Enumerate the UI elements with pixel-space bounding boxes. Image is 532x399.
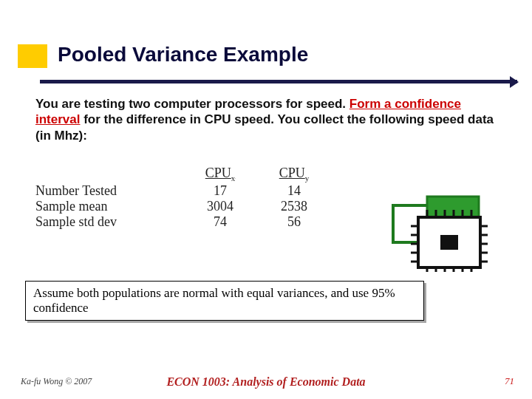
col-header-cpuy: CPUy [257, 166, 331, 184]
footer-course: ECON 1003: Analysis of Economic Data [0, 375, 532, 389]
intro-part1: You are testing two computer processors … [35, 97, 349, 111]
accent-block [18, 44, 47, 68]
cell: 56 [257, 214, 331, 230]
cell: 2538 [257, 199, 331, 214]
cell: 74 [183, 214, 257, 230]
col-header-cpux: CPUx [183, 166, 257, 184]
row-label: Sample std dev [35, 214, 183, 230]
intro-part2: for the difference in CPU speed. You col… [35, 112, 494, 142]
cell: 14 [257, 183, 331, 199]
slide-number: 71 [505, 375, 514, 387]
intro-text: You are testing two computer processors … [35, 96, 497, 143]
svg-rect-3 [440, 235, 458, 250]
row-label: Sample mean [35, 199, 183, 214]
title-underline-bar [40, 80, 517, 83]
chip-icon [389, 183, 499, 272]
row-label: Number Tested [35, 183, 183, 199]
cell: 3004 [183, 199, 257, 214]
slide-title: Pooled Variance Example [58, 43, 308, 66]
assumption-note: Assume both populations are normal with … [25, 281, 424, 321]
cell: 17 [183, 183, 257, 199]
